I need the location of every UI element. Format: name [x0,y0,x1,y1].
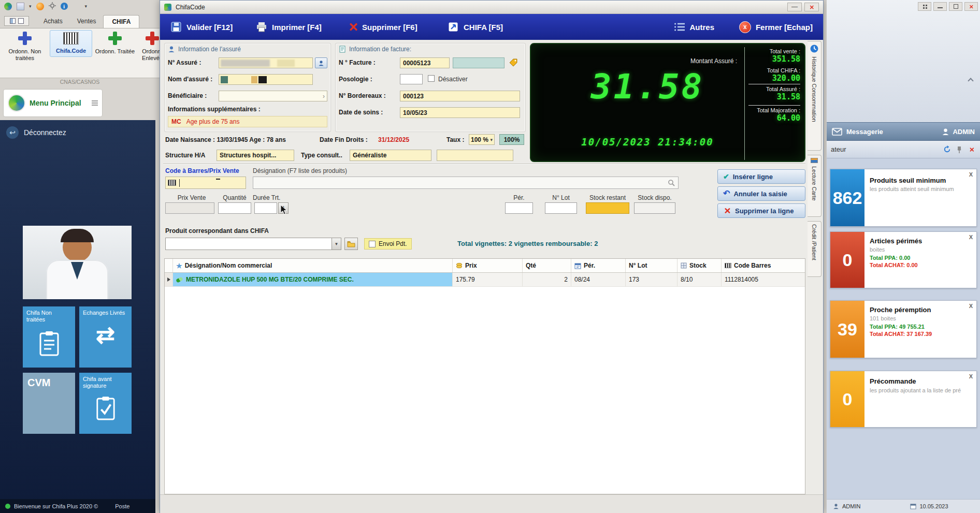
col-per[interactable]: Pér. [571,259,626,272]
pin-icon[interactable] [956,146,962,153]
chifacode-window: ChifaCode — Valider [F12] Imprimer [F4] … [160,0,824,513]
stock-restant-input[interactable] [586,202,629,214]
posologie-input[interactable] [400,74,423,84]
quantite-input[interactable] [218,202,251,214]
tab-achats[interactable]: Achats [36,15,70,27]
col-prix[interactable]: Prix [453,259,523,272]
panel-close-icon[interactable] [969,147,974,152]
info-icon[interactable]: i [61,3,68,10]
num-facture-input[interactable]: 00005123 [400,57,450,68]
tab-ventes[interactable]: Ventes [70,15,104,27]
apps-grid-icon[interactable] [918,2,931,11]
barcode-input[interactable] [165,177,246,189]
cell-qte[interactable]: 2 [523,273,571,286]
collapse-chevron-icon[interactable] [968,78,973,83]
col-lot[interactable]: N° Lot [626,259,678,272]
messagerie-label[interactable]: Messagerie [846,128,883,136]
refresh-icon[interactable] [943,145,951,153]
tile-chifa-non-traitees[interactable]: Chifa Non traitées [23,306,75,368]
nom-assure-input[interactable] [219,74,313,85]
prix-vente-input[interactable] [165,202,214,214]
stock-dispo-input[interactable] [634,202,675,214]
col-designation[interactable]: ★ Désignation/Nom commercial [173,259,453,272]
card-close-button[interactable]: X [969,303,973,309]
settings-gear-icon[interactable] [49,2,56,11]
tab-chifa[interactable]: CHIFA [103,15,139,28]
type-consult-input[interactable]: Généraliste [350,150,431,161]
taux-select[interactable]: 100 %▾ [469,134,495,145]
cell-lot[interactable]: 173 [626,273,678,286]
more-caret-icon[interactable]: ▾ [85,4,88,9]
minimize-icon[interactable] [933,2,947,11]
maximize-icon[interactable] [949,2,962,11]
window-close-button[interactable] [804,3,819,11]
tab-lecture-carte[interactable]: Lecture Carte [808,155,822,217]
tile-echanges-livres[interactable]: Echanges Livrés ⇄ [79,306,132,368]
imprimer-button[interactable]: Imprimer [F4] [256,14,322,40]
tile-chifa-avant-signature[interactable]: Chifa avant signature [79,373,132,434]
notification-card-proche-peremption[interactable]: 39 Proche péremption 101 boites Total PP… [830,300,977,358]
ribbon-item-chifa-code[interactable]: Chifa.Code [50,30,92,57]
table-row[interactable]: METRONIDAZOLE HUP 500 MG BTE/20 COMPRIME… [165,273,805,287]
ribbon-item-ordonn-traitee[interactable]: Ordonn. Traitée [94,32,136,55]
dropdown-caret-icon[interactable]: ▾ [29,4,32,9]
app-logo-icon[interactable] [4,3,12,10]
cell-prix[interactable]: 175.79 [453,273,523,286]
card-close-button[interactable]: X [969,373,973,379]
supprimer-button[interactable]: Supprimer [F6] [349,14,417,40]
supprimer-ligne-button[interactable]: Supprimer la ligne [717,203,805,218]
open-folder-button[interactable] [344,238,358,250]
structure-extra-input[interactable] [437,150,513,161]
disconnect-button[interactable]: ↩ Déconnectez [6,126,66,139]
dropdown-arrow-button[interactable]: ▼ [332,238,341,250]
lookup-person-button[interactable] [315,57,327,68]
window-title-bar[interactable]: ChifaCode — [160,1,823,14]
produit-chifa-dropdown[interactable]: ▼ [165,238,341,250]
notification-card-articles-perimes[interactable]: 0 Articles périmés boites Total PPA: 0.0… [830,231,977,288]
window-minimize-button[interactable]: — [787,3,802,11]
tab-credit-patient[interactable]: Crédit /Patient [808,221,822,277]
col-code-barres[interactable]: Code Barres [722,259,805,272]
inserer-ligne-button[interactable]: ✔ Insérer ligne [717,169,805,184]
cell-code-barres[interactable]: 1112814005 [722,273,805,286]
duree-input[interactable] [254,202,277,214]
window-icon[interactable] [18,18,24,24]
desactiver-checkbox[interactable] [428,75,435,82]
card-close-button[interactable]: X [969,171,973,178]
beneficiaire-input[interactable]: › [219,91,327,101]
envoi-pdt-control[interactable]: Envoi Pdt. [364,238,412,250]
menu-pin-icon[interactable] [92,100,98,106]
tag-icon[interactable] [509,58,518,67]
facture-secondary-input[interactable] [453,57,505,68]
cell-designation[interactable]: METRONIDAZOLE HUP 500 MG BTE/20 COMPRIME… [173,273,453,286]
close-icon[interactable] [964,2,978,11]
card-close-button[interactable]: X [969,234,973,240]
tile-cvm[interactable]: CVM [23,373,75,434]
col-stock[interactable]: Stock [678,259,722,272]
lot-input[interactable] [545,202,577,214]
autres-button[interactable]: Autres [674,14,714,40]
layout-icon[interactable] [10,18,16,24]
valider-button[interactable]: Valider [F12] [170,14,233,40]
per-input[interactable] [505,202,533,214]
date-soins-input[interactable]: 10/05/23 [400,107,520,118]
designation-input[interactable] [253,177,679,189]
col-qte[interactable]: Qté [523,259,571,272]
notification-card-precommande[interactable]: 0 Précommande les produits ajoutant a la… [830,371,977,428]
tab-historique-consommation[interactable]: Historique Consommation [808,41,822,151]
browser-icon[interactable] [36,3,44,10]
bordereaux-input[interactable]: 000123 [400,91,520,101]
edit-note-icon[interactable] [17,3,24,10]
fermer-button[interactable]: x Fermer [Echap] [739,14,813,40]
cell-per[interactable]: 08/24 [571,273,626,286]
admin-label[interactable]: ADMIN [953,128,975,136]
cell-stock[interactable]: 8/10 [678,273,722,286]
ribbon-item-ordonn-non-traitees[interactable]: Ordonn. Non traitées [2,32,48,61]
notification-card-seuil-minimum[interactable]: 862 Produits seuil minimum les produits … [830,169,977,227]
envoi-pdt-checkbox[interactable] [369,241,376,247]
chifa-f5-button[interactable]: CHIFA [F5] [448,14,503,40]
menu-principal-header[interactable]: Menu Principal [3,89,103,117]
annuler-saisie-button[interactable]: ↶ Annuler la saisie [717,186,805,201]
structure-input[interactable]: Structures hospit... [217,150,294,161]
num-assure-input[interactable] [219,57,313,68]
